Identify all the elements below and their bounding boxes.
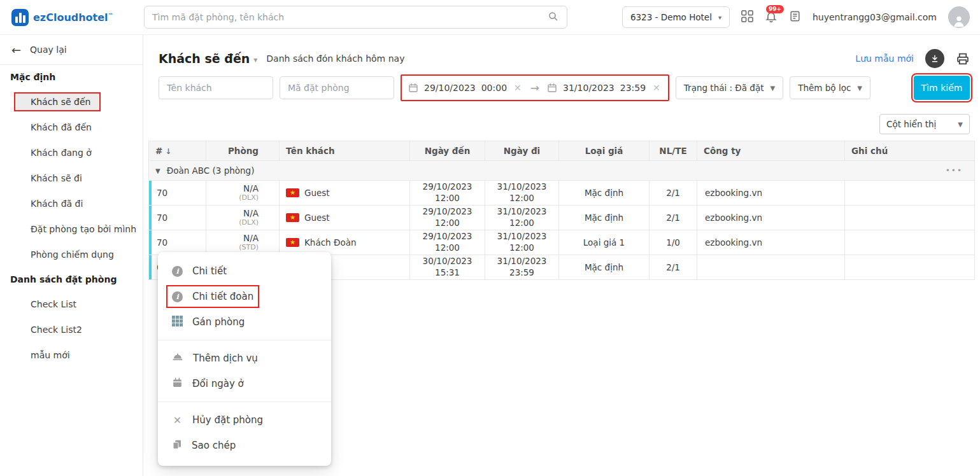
download-icon [930, 54, 939, 63]
menu-item-huy-dat-phong[interactable]: ✕ Hủy đặt phòng [158, 407, 331, 433]
columns-dropdown[interactable]: Cột hiển thị ▼ [879, 114, 970, 134]
row-stripe [149, 181, 152, 205]
print-button[interactable] [956, 52, 970, 66]
date-from-value: 29/10/2023 [424, 83, 476, 93]
date-to-value: 31/10/2023 [563, 83, 614, 93]
search-button[interactable]: Tìm kiếm [914, 76, 970, 100]
menu-item-chi-tiet-doan[interactable]: Chi tiết đoàn [158, 284, 331, 309]
hotel-selector[interactable]: 6323 - Demo Hotel ▾ [622, 6, 730, 28]
sidebar-item-khach-da-den[interactable]: Khách đã đến [0, 115, 143, 140]
sidebar-item-khach-da-di[interactable]: Khách đã đi [0, 191, 143, 216]
date-range-annotated: 29/10/2023 00:00 ✕ → 31/10/2023 23:59 ✕ [401, 74, 669, 101]
clear-date-from-icon[interactable]: ✕ [513, 83, 523, 93]
date-to-picker[interactable]: 31/10/2023 23:59 ✕ [547, 83, 662, 93]
filter-bar: 29/10/2023 00:00 ✕ → 31/10/2023 23:59 ✕ … [159, 74, 970, 101]
col-header-nlte[interactable]: NL/TE [650, 141, 697, 161]
sidebar-item-phong-chiem-dung[interactable]: Phòng chiếm dụng [0, 242, 143, 267]
group-cell: ▼ Đoàn ABC (3 phòng) ••• [149, 161, 975, 181]
sort-desc-icon: ↓ [165, 147, 171, 156]
download-button[interactable] [925, 49, 944, 68]
cell-rate: Loại giá 1 [559, 230, 650, 255]
booking-code-input[interactable] [280, 76, 394, 99]
cell-id: 70 [149, 230, 206, 255]
sidebar-item-active-label[interactable]: Khách sẽ đến [15, 94, 99, 110]
clear-date-to-icon[interactable]: ✕ [651, 83, 662, 93]
col-header-company[interactable]: Công ty [697, 141, 845, 161]
cell-note [845, 230, 975, 255]
save-template-link[interactable]: Lưu mẫu mới [855, 53, 914, 64]
calendar-icon [172, 377, 183, 390]
logo-text: ezCloudhotel™ [33, 11, 113, 24]
col-header-departure[interactable]: Ngày đi [485, 141, 559, 161]
cell-nlte: 2/1 [650, 255, 697, 280]
sidebar-item-check-list[interactable]: Check List [0, 291, 143, 317]
collapse-caret-icon[interactable]: ▼ [155, 167, 160, 174]
app-logo[interactable]: ezCloudhotel™ [11, 9, 144, 26]
more-filters-dropdown[interactable]: Thêm bộ lọc ▼ [790, 76, 870, 99]
menu-item-gan-phong[interactable]: Gán phòng [158, 309, 331, 335]
chevron-down-icon: ▼ [771, 85, 776, 92]
menu-divider [158, 340, 331, 340]
page-subtitle: Danh sách đón khách hôm nay [266, 53, 404, 64]
back-button[interactable]: ← Quay lại [0, 35, 143, 64]
col-header-guest[interactable]: Tên khách [280, 141, 410, 161]
cell-company: ezbooking.vn [697, 181, 845, 206]
cell-departure: 31/10/202312:00 [485, 181, 559, 206]
cell-company: ezbooking.vn [697, 230, 845, 255]
group-more-icon[interactable]: ••• [946, 166, 968, 175]
search-input[interactable] [152, 12, 548, 22]
col-header-id[interactable]: #↓ [149, 141, 206, 161]
cell-note [845, 255, 975, 280]
avatar[interactable] [948, 6, 970, 28]
info-icon [172, 266, 183, 277]
menu-item-doi-ngay-o[interactable]: Đổi ngày ở [158, 371, 331, 396]
cell-rate: Mặc định [559, 255, 650, 280]
status-dropdown[interactable]: Trạng thái : Đã đặt ▼ [676, 76, 783, 99]
menu-item-chi-tiet[interactable]: Chi tiết [158, 258, 331, 284]
date-from-picker[interactable]: 29/10/2023 00:00 ✕ [408, 83, 523, 93]
tasks-button[interactable] [789, 10, 801, 25]
main-content: Khách sẽ đến ▾ Danh sách đón khách hôm n… [143, 35, 980, 476]
menu-item-them-dich-vu[interactable]: Thêm dịch vụ [158, 346, 331, 371]
cell-note [845, 181, 975, 206]
sidebar-item-mau-moi[interactable]: mẫu mới [0, 342, 143, 368]
col-header-room[interactable]: Phòng [206, 141, 280, 161]
columns-dropdown-label: Cột hiển thị [886, 119, 936, 129]
notifications-button[interactable]: 99+ [765, 10, 778, 25]
notification-badge: 99+ [766, 5, 784, 13]
cell-id: 70 [149, 206, 206, 230]
title-chevron-down-icon[interactable]: ▾ [253, 55, 257, 64]
table-row[interactable]: 70 N/A(DLX) ★Guest 29/10/202312:00 31/10… [149, 206, 975, 230]
col-header-arrival[interactable]: Ngày đến [410, 141, 485, 161]
menu-item-sao-chep[interactable]: Sao chép [158, 433, 331, 458]
search-icon[interactable] [548, 11, 559, 24]
cell-nlte: 1/0 [650, 230, 697, 255]
guest-name-input[interactable] [159, 76, 273, 99]
apps-grid-button[interactable] [741, 10, 753, 24]
table-row[interactable]: 70 N/A(STD) ★Khách Đoàn 29/10/202312:00 … [149, 230, 975, 255]
sidebar-section-danh-sach-dat-phong: Danh sách đặt phòng [0, 267, 143, 291]
tasks-icon [789, 10, 801, 25]
col-header-rate[interactable]: Loại giá [559, 141, 650, 161]
group-row[interactable]: ▼ Đoàn ABC (3 phòng) ••• [149, 161, 975, 181]
sidebar-item-khach-dang-o[interactable]: Khách đang ở [0, 140, 143, 165]
cell-note [845, 206, 975, 230]
chevron-down-icon: ▼ [857, 85, 862, 92]
sidebar-item-dat-phong-tao-boi-minh[interactable]: Đặt phòng tạo bởi mình [0, 216, 143, 242]
sidebar-item-check-list2[interactable]: Check List2 [0, 317, 143, 342]
cell-room: N/A(DLX) [206, 206, 280, 230]
global-search[interactable] [144, 6, 567, 29]
context-menu: Chi tiết Chi tiết đoàn Gán phòng [158, 252, 331, 466]
back-label: Quay lại [30, 45, 67, 55]
service-cloche-icon [172, 353, 183, 365]
col-header-note[interactable]: Ghi chú [845, 141, 975, 161]
cell-room: N/A(DLX) [206, 181, 280, 206]
time-from-value: 00:00 [481, 83, 507, 93]
vietnam-flag-icon: ★ [286, 188, 299, 197]
sidebar-item-khach-se-den[interactable]: Khách sẽ đến [0, 89, 143, 115]
page-title: Khách sẽ đến [159, 52, 250, 66]
sidebar-item-khach-se-di[interactable]: Khách sẽ đi [0, 165, 143, 191]
vietnam-flag-icon: ★ [286, 238, 299, 247]
copy-icon [172, 439, 182, 452]
table-row[interactable]: 70 N/A(DLX) ★Guest 29/10/202312:00 31/10… [149, 181, 975, 206]
